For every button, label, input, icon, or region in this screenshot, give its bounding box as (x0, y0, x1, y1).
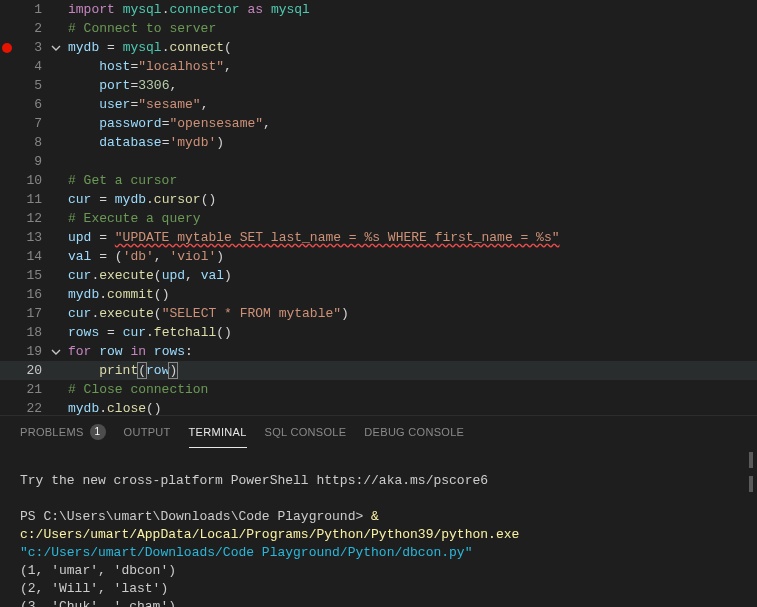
breakpoint-gutter[interactable] (0, 190, 14, 209)
code-line[interactable]: 12 # Execute a query (0, 209, 757, 228)
code-content[interactable]: host="localhost", (64, 57, 232, 76)
breakpoint-gutter[interactable] (0, 0, 14, 19)
code-line[interactable]: 19 for row in rows: (0, 342, 757, 361)
breakpoint-gutter[interactable] (0, 209, 14, 228)
code-editor[interactable]: 1 import mysql.connector as mysql 2 # Co… (0, 0, 757, 415)
fold-gutter[interactable] (48, 285, 64, 304)
tab-output[interactable]: OUTPUT (124, 416, 171, 448)
fold-gutter[interactable] (48, 380, 64, 399)
code-content[interactable]: cur = mydb.cursor() (64, 190, 216, 209)
breakpoint-gutter[interactable] (0, 228, 14, 247)
code-line[interactable]: 22 mydb.close() (0, 399, 757, 415)
code-content[interactable]: # Get a cursor (64, 171, 177, 190)
chevron-down-icon[interactable] (51, 43, 61, 53)
fold-gutter[interactable] (48, 209, 64, 228)
breakpoint-gutter[interactable] (0, 133, 14, 152)
fold-gutter[interactable] (48, 133, 64, 152)
chevron-down-icon[interactable] (51, 347, 61, 357)
fold-gutter[interactable] (48, 304, 64, 323)
code-content[interactable]: mydb.close() (64, 399, 162, 415)
code-line[interactable]: 17 cur.execute("SELECT * FROM mytable") (0, 304, 757, 323)
fold-gutter[interactable] (48, 152, 64, 171)
panel-icon[interactable] (749, 452, 753, 468)
fold-gutter[interactable] (48, 342, 64, 361)
code-content[interactable]: cur.execute(upd, val) (64, 266, 232, 285)
code-line[interactable]: 6 user="sesame", (0, 95, 757, 114)
breakpoint-gutter[interactable] (0, 76, 14, 95)
code-line[interactable]: 11 cur = mydb.cursor() (0, 190, 757, 209)
breakpoint-gutter[interactable] (0, 285, 14, 304)
panel-icon[interactable] (749, 476, 753, 492)
fold-gutter[interactable] (48, 57, 64, 76)
fold-gutter[interactable] (48, 266, 64, 285)
code-content[interactable]: password="opensesame", (64, 114, 271, 133)
fold-gutter[interactable] (48, 95, 64, 114)
code-content[interactable]: database='mydb') (64, 133, 224, 152)
fold-gutter[interactable] (48, 114, 64, 133)
code-line[interactable]: 8 database='mydb') (0, 133, 757, 152)
breakpoint-gutter[interactable] (0, 323, 14, 342)
fold-gutter[interactable] (48, 171, 64, 190)
code-line[interactable]: 2 # Connect to server (0, 19, 757, 38)
fold-gutter[interactable] (48, 228, 64, 247)
breakpoint-gutter[interactable] (0, 152, 14, 171)
breakpoint-icon[interactable] (2, 43, 12, 53)
code-line[interactable]: 21 # Close connection (0, 380, 757, 399)
code-line[interactable]: 16 mydb.commit() (0, 285, 757, 304)
terminal-output[interactable]: Try the new cross-platform PowerShell ht… (0, 448, 757, 607)
code-content[interactable]: port=3306, (64, 76, 177, 95)
code-line[interactable]: 9 (0, 152, 757, 171)
code-line[interactable]: 10 # Get a cursor (0, 171, 757, 190)
breakpoint-gutter[interactable] (0, 19, 14, 38)
breakpoint-gutter[interactable] (0, 114, 14, 133)
fold-gutter[interactable] (48, 0, 64, 19)
code-content[interactable]: # Execute a query (64, 209, 201, 228)
code-content[interactable]: # Close connection (64, 380, 208, 399)
code-line[interactable]: 7 password="opensesame", (0, 114, 757, 133)
fold-gutter[interactable] (48, 19, 64, 38)
code-line[interactable]: 15 cur.execute(upd, val) (0, 266, 757, 285)
fold-gutter[interactable] (48, 247, 64, 266)
code-content[interactable]: val = ('db', 'viol') (64, 247, 224, 266)
breakpoint-gutter[interactable] (0, 247, 14, 266)
fold-gutter[interactable] (48, 38, 64, 57)
fold-gutter[interactable] (48, 323, 64, 342)
code-content[interactable]: print(row) (64, 361, 177, 380)
code-line[interactable]: 1 import mysql.connector as mysql (0, 0, 757, 19)
code-line[interactable]: 3 mydb = mysql.connect( (0, 38, 757, 57)
breakpoint-gutter[interactable] (0, 95, 14, 114)
tab-debug-console[interactable]: DEBUG CONSOLE (364, 416, 464, 448)
code-line[interactable]: 13 upd = "UPDATE mytable SET last_name =… (0, 228, 757, 247)
code-content[interactable]: user="sesame", (64, 95, 208, 114)
breakpoint-gutter[interactable] (0, 38, 14, 57)
code-line[interactable]: 14 val = ('db', 'viol') (0, 247, 757, 266)
tab-problems[interactable]: PROBLEMS 1 (20, 416, 106, 448)
code-line[interactable]: 5 port=3306, (0, 76, 757, 95)
breakpoint-gutter[interactable] (0, 361, 14, 380)
breakpoint-gutter[interactable] (0, 380, 14, 399)
code-content[interactable]: upd = "UPDATE mytable SET last_name = %s… (64, 228, 560, 247)
breakpoint-gutter[interactable] (0, 342, 14, 361)
code-content[interactable]: for row in rows: (64, 342, 193, 361)
code-line[interactable]: 4 host="localhost", (0, 57, 757, 76)
fold-gutter[interactable] (48, 190, 64, 209)
breakpoint-gutter[interactable] (0, 57, 14, 76)
breakpoint-gutter[interactable] (0, 266, 14, 285)
code-line[interactable]: 18 rows = cur.fetchall() (0, 323, 757, 342)
fold-gutter[interactable] (48, 399, 64, 415)
code-content[interactable]: import mysql.connector as mysql (64, 0, 310, 19)
code-content[interactable]: mydb = mysql.connect( (64, 38, 232, 57)
code-content[interactable]: mydb.commit() (64, 285, 169, 304)
breakpoint-gutter[interactable] (0, 399, 14, 415)
breakpoint-gutter[interactable] (0, 171, 14, 190)
code-content[interactable]: rows = cur.fetchall() (64, 323, 232, 342)
tab-sql-console[interactable]: SQL CONSOLE (265, 416, 347, 448)
tab-terminal[interactable]: TERMINAL (189, 416, 247, 448)
fold-gutter[interactable] (48, 76, 64, 95)
code-content[interactable]: cur.execute("SELECT * FROM mytable") (64, 304, 349, 323)
code-content[interactable]: # Connect to server (64, 19, 216, 38)
code-line[interactable]: 20 print(row) (0, 361, 757, 380)
breakpoint-gutter[interactable] (0, 304, 14, 323)
fold-gutter[interactable] (48, 361, 64, 380)
code-content[interactable] (64, 152, 68, 171)
